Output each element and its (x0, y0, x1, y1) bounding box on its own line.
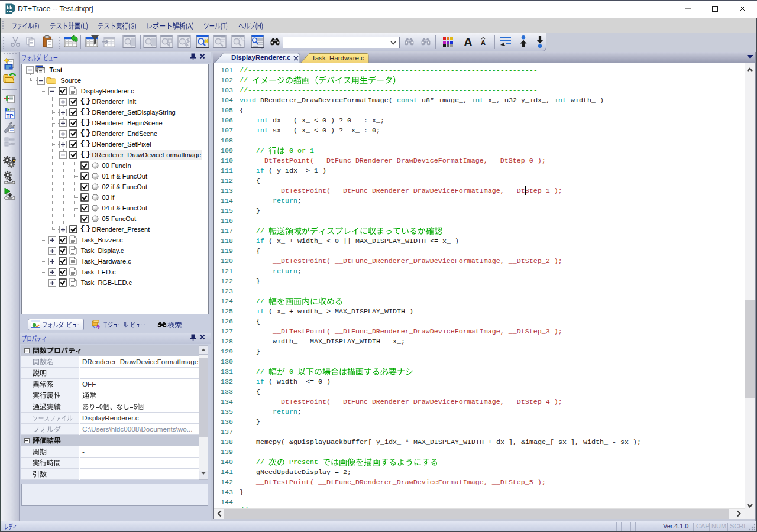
svg-text:A: A (464, 35, 472, 48)
svg-text:A: A (481, 39, 486, 46)
svg-text:TP: TP (6, 112, 14, 119)
